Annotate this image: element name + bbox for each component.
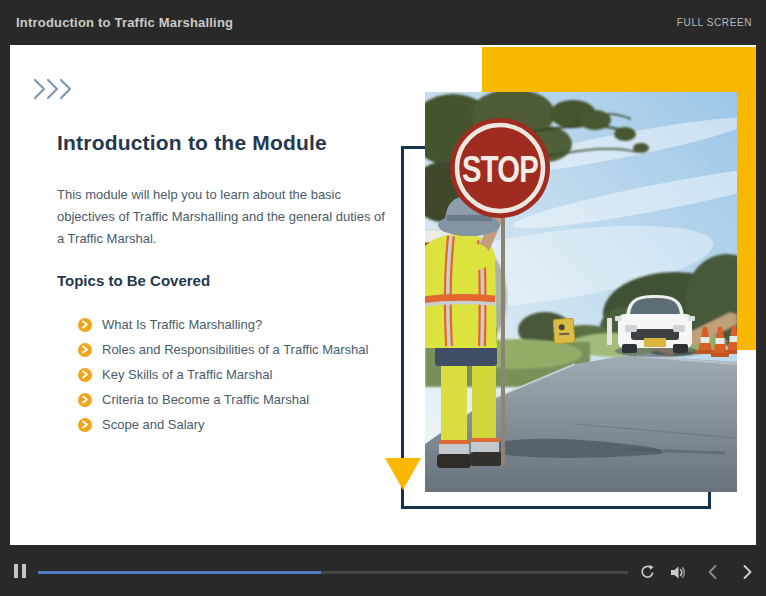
stop-sign-text: STOP bbox=[462, 149, 538, 190]
pause-icon[interactable] bbox=[14, 564, 26, 578]
traffic-marshal-photo: STOP bbox=[425, 92, 737, 492]
chevron-bullet-icon bbox=[78, 393, 92, 407]
slide-intro-paragraph: This module will help you to learn about… bbox=[57, 184, 393, 250]
photo-sign-pole bbox=[501, 200, 505, 466]
topic-label: What Is Traffic Marshalling? bbox=[102, 317, 262, 332]
progress-fill bbox=[38, 571, 321, 574]
topics-heading: Topics to Be Covered bbox=[57, 272, 210, 289]
list-item: What Is Traffic Marshalling? bbox=[78, 312, 368, 337]
list-item: Roles and Responsibilities of a Traffic … bbox=[78, 337, 368, 362]
chevron-bullet-icon bbox=[78, 343, 92, 357]
progress-bar[interactable] bbox=[38, 571, 628, 574]
slide-heading: Introduction to the Module bbox=[57, 131, 327, 155]
fullscreen-button[interactable]: FULL SCREEN bbox=[677, 17, 752, 28]
topics-list: What Is Traffic Marshalling? Roles and R… bbox=[78, 312, 368, 437]
chevron-right-icon[interactable] bbox=[738, 563, 756, 581]
top-bar: Introduction to Traffic Marshalling FULL… bbox=[0, 0, 766, 45]
photo-stop-sign: STOP bbox=[450, 118, 550, 218]
triple-chevron-icon bbox=[33, 78, 79, 104]
yellow-triangle-marker bbox=[385, 458, 421, 490]
course-title: Introduction to Traffic Marshalling bbox=[16, 15, 233, 30]
volume-icon[interactable] bbox=[669, 563, 687, 581]
topic-label: Criteria to Become a Traffic Marshal bbox=[102, 392, 309, 407]
chevron-bullet-icon bbox=[78, 318, 92, 332]
topic-label: Roles and Responsibilities of a Traffic … bbox=[102, 342, 368, 357]
topic-label: Key Skills of a Traffic Marshal bbox=[102, 367, 272, 382]
topic-label: Scope and Salary bbox=[102, 417, 205, 432]
list-item: Criteria to Become a Traffic Marshal bbox=[78, 387, 368, 412]
slide-stage: Introduction to the Module This module w… bbox=[10, 45, 756, 545]
chevron-bullet-icon bbox=[78, 418, 92, 432]
replay-icon[interactable] bbox=[638, 563, 656, 581]
player-bar bbox=[0, 545, 766, 596]
photo-white-post bbox=[607, 318, 612, 345]
list-item: Scope and Salary bbox=[78, 412, 368, 437]
chevron-bullet-icon bbox=[78, 368, 92, 382]
list-item: Key Skills of a Traffic Marshal bbox=[78, 362, 368, 387]
photo-yellow-sign bbox=[553, 318, 575, 343]
chevron-left-icon[interactable] bbox=[703, 563, 721, 581]
